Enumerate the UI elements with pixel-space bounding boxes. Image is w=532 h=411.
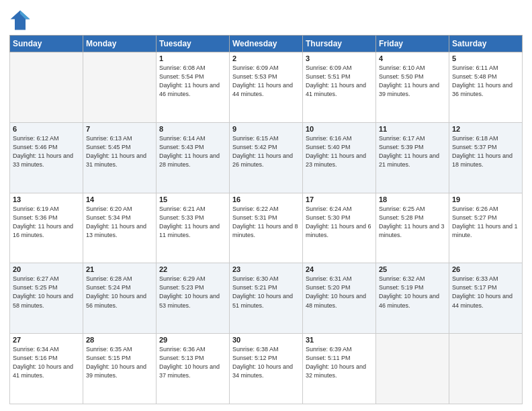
day-number: 3 [306, 54, 373, 62]
day-info: Sunrise: 6:09 AM Sunset: 5:51 PM Dayligh… [306, 64, 373, 99]
calendar-cell: 2Sunrise: 6:09 AM Sunset: 5:53 PM Daylig… [230, 52, 303, 123]
calendar-cell: 18Sunrise: 6:25 AM Sunset: 5:28 PM Dayli… [376, 193, 449, 263]
calendar-cell: 16Sunrise: 6:22 AM Sunset: 5:31 PM Dayli… [230, 193, 303, 263]
calendar-cell: 30Sunrise: 6:38 AM Sunset: 5:12 PM Dayli… [230, 334, 303, 404]
day-info: Sunrise: 6:39 AM Sunset: 5:11 PM Dayligh… [306, 345, 373, 380]
calendar-cell: 6Sunrise: 6:12 AM Sunset: 5:46 PM Daylig… [10, 122, 83, 193]
calendar-cell: 10Sunrise: 6:16 AM Sunset: 5:40 PM Dayli… [303, 122, 376, 193]
day-number: 20 [13, 265, 80, 273]
calendar-cell: 21Sunrise: 6:28 AM Sunset: 5:24 PM Dayli… [83, 263, 157, 334]
weekday-header-row: SundayMondayTuesdayWednesdayThursdayFrid… [10, 36, 523, 52]
day-number: 1 [159, 54, 226, 62]
day-info: Sunrise: 6:21 AM Sunset: 5:33 PM Dayligh… [159, 205, 226, 240]
day-info: Sunrise: 6:19 AM Sunset: 5:36 PM Dayligh… [13, 205, 80, 240]
day-info: Sunrise: 6:15 AM Sunset: 5:42 PM Dayligh… [232, 134, 300, 169]
day-info: Sunrise: 6:29 AM Sunset: 5:23 PM Dayligh… [159, 275, 226, 310]
calendar-cell: 31Sunrise: 6:39 AM Sunset: 5:11 PM Dayli… [303, 334, 376, 404]
day-info: Sunrise: 6:27 AM Sunset: 5:25 PM Dayligh… [13, 275, 80, 310]
day-info: Sunrise: 6:32 AM Sunset: 5:19 PM Dayligh… [379, 275, 446, 310]
header [9, 7, 523, 31]
day-info: Sunrise: 6:22 AM Sunset: 5:31 PM Dayligh… [232, 205, 300, 240]
day-number: 22 [159, 265, 226, 273]
day-info: Sunrise: 6:24 AM Sunset: 5:30 PM Dayligh… [306, 205, 373, 240]
weekday-header-wednesday: Wednesday [230, 36, 303, 52]
page: SundayMondayTuesdayWednesdayThursdayFrid… [0, 0, 532, 411]
day-info: Sunrise: 6:08 AM Sunset: 5:54 PM Dayligh… [159, 64, 226, 99]
day-number: 28 [86, 336, 153, 344]
calendar-cell: 12Sunrise: 6:18 AM Sunset: 5:37 PM Dayli… [449, 122, 523, 193]
calendar-cell: 8Sunrise: 6:14 AM Sunset: 5:43 PM Daylig… [157, 122, 230, 193]
calendar-cell: 14Sunrise: 6:20 AM Sunset: 5:34 PM Dayli… [83, 193, 157, 263]
day-number: 18 [379, 195, 446, 203]
day-number: 15 [159, 195, 226, 203]
day-info: Sunrise: 6:10 AM Sunset: 5:50 PM Dayligh… [379, 64, 446, 99]
day-number: 24 [306, 265, 373, 273]
day-info: Sunrise: 6:28 AM Sunset: 5:24 PM Dayligh… [86, 275, 153, 310]
day-info: Sunrise: 6:17 AM Sunset: 5:39 PM Dayligh… [379, 134, 446, 169]
day-info: Sunrise: 6:31 AM Sunset: 5:20 PM Dayligh… [306, 275, 373, 310]
calendar-cell: 19Sunrise: 6:26 AM Sunset: 5:27 PM Dayli… [449, 193, 523, 263]
day-number: 16 [232, 195, 300, 203]
logo-icon [9, 9, 31, 31]
day-info: Sunrise: 6:38 AM Sunset: 5:12 PM Dayligh… [232, 345, 300, 380]
calendar-cell: 15Sunrise: 6:21 AM Sunset: 5:33 PM Dayli… [157, 193, 230, 263]
day-number: 11 [379, 125, 446, 133]
day-info: Sunrise: 6:16 AM Sunset: 5:40 PM Dayligh… [306, 134, 373, 169]
day-number: 13 [13, 195, 80, 203]
day-number: 4 [379, 54, 446, 62]
calendar-cell: 17Sunrise: 6:24 AM Sunset: 5:30 PM Dayli… [303, 193, 376, 263]
week-row-3: 13Sunrise: 6:19 AM Sunset: 5:36 PM Dayli… [10, 193, 523, 263]
day-info: Sunrise: 6:18 AM Sunset: 5:37 PM Dayligh… [452, 134, 519, 169]
day-info: Sunrise: 6:13 AM Sunset: 5:45 PM Dayligh… [86, 134, 153, 169]
weekday-header-friday: Friday [376, 36, 449, 52]
day-info: Sunrise: 6:34 AM Sunset: 5:16 PM Dayligh… [13, 345, 80, 380]
day-number: 19 [452, 195, 519, 203]
calendar-cell: 29Sunrise: 6:36 AM Sunset: 5:13 PM Dayli… [157, 334, 230, 404]
weekday-header-thursday: Thursday [303, 36, 376, 52]
day-number: 21 [86, 265, 153, 273]
week-row-2: 6Sunrise: 6:12 AM Sunset: 5:46 PM Daylig… [10, 122, 523, 193]
weekday-header-monday: Monday [83, 36, 157, 52]
calendar-cell: 4Sunrise: 6:10 AM Sunset: 5:50 PM Daylig… [376, 52, 449, 123]
calendar-cell: 13Sunrise: 6:19 AM Sunset: 5:36 PM Dayli… [10, 193, 83, 263]
calendar-cell: 22Sunrise: 6:29 AM Sunset: 5:23 PM Dayli… [157, 263, 230, 334]
calendar-cell: 25Sunrise: 6:32 AM Sunset: 5:19 PM Dayli… [376, 263, 449, 334]
calendar-cell: 28Sunrise: 6:35 AM Sunset: 5:15 PM Dayli… [83, 334, 157, 404]
calendar-cell: 3Sunrise: 6:09 AM Sunset: 5:51 PM Daylig… [303, 52, 376, 123]
calendar-table: SundayMondayTuesdayWednesdayThursdayFrid… [9, 35, 523, 404]
calendar-cell: 27Sunrise: 6:34 AM Sunset: 5:16 PM Dayli… [10, 334, 83, 404]
calendar-cell: 1Sunrise: 6:08 AM Sunset: 5:54 PM Daylig… [157, 52, 230, 123]
day-number: 14 [86, 195, 153, 203]
day-info: Sunrise: 6:36 AM Sunset: 5:13 PM Dayligh… [159, 345, 226, 380]
weekday-header-saturday: Saturday [449, 36, 523, 52]
week-row-5: 27Sunrise: 6:34 AM Sunset: 5:16 PM Dayli… [10, 334, 523, 404]
day-info: Sunrise: 6:25 AM Sunset: 5:28 PM Dayligh… [379, 205, 446, 240]
day-number: 7 [86, 125, 153, 133]
calendar-cell: 26Sunrise: 6:33 AM Sunset: 5:17 PM Dayli… [449, 263, 523, 334]
calendar-cell: 23Sunrise: 6:30 AM Sunset: 5:21 PM Dayli… [230, 263, 303, 334]
day-info: Sunrise: 6:30 AM Sunset: 5:21 PM Dayligh… [232, 275, 300, 310]
day-number: 25 [379, 265, 446, 273]
day-info: Sunrise: 6:11 AM Sunset: 5:48 PM Dayligh… [452, 64, 519, 99]
calendar-cell [83, 52, 157, 123]
day-number: 2 [232, 54, 300, 62]
day-number: 10 [306, 125, 373, 133]
day-number: 23 [232, 265, 300, 273]
day-number: 17 [306, 195, 373, 203]
calendar-cell: 20Sunrise: 6:27 AM Sunset: 5:25 PM Dayli… [10, 263, 83, 334]
weekday-header-sunday: Sunday [10, 36, 83, 52]
calendar-cell: 7Sunrise: 6:13 AM Sunset: 5:45 PM Daylig… [83, 122, 157, 193]
day-number: 9 [232, 125, 300, 133]
day-number: 31 [306, 336, 373, 344]
calendar-cell: 24Sunrise: 6:31 AM Sunset: 5:20 PM Dayli… [303, 263, 376, 334]
day-number: 27 [13, 336, 80, 344]
day-number: 6 [13, 125, 80, 133]
calendar-cell [449, 334, 523, 404]
day-info: Sunrise: 6:12 AM Sunset: 5:46 PM Dayligh… [13, 134, 80, 169]
day-number: 29 [159, 336, 226, 344]
day-info: Sunrise: 6:35 AM Sunset: 5:15 PM Dayligh… [86, 345, 153, 380]
day-number: 5 [452, 54, 519, 62]
calendar-cell: 9Sunrise: 6:15 AM Sunset: 5:42 PM Daylig… [230, 122, 303, 193]
week-row-4: 20Sunrise: 6:27 AM Sunset: 5:25 PM Dayli… [10, 263, 523, 334]
day-number: 8 [159, 125, 226, 133]
